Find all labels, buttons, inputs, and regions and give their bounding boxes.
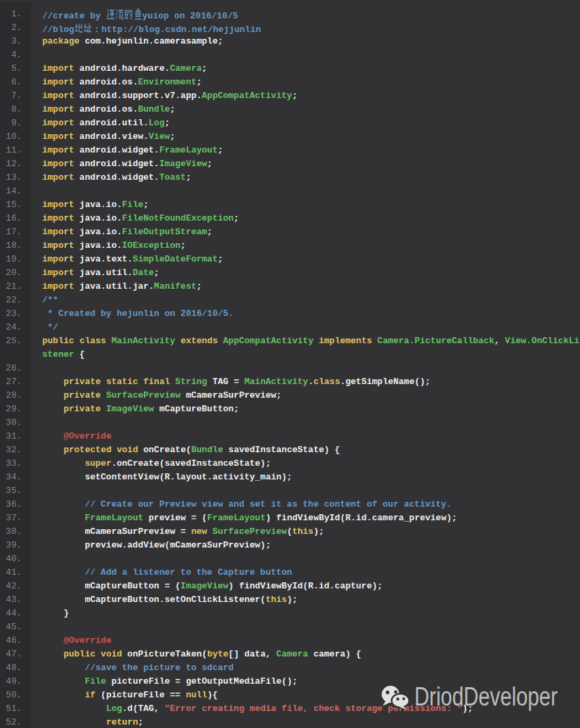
svg-text:DriodDeveloper: DriodDeveloper: [414, 682, 558, 711]
